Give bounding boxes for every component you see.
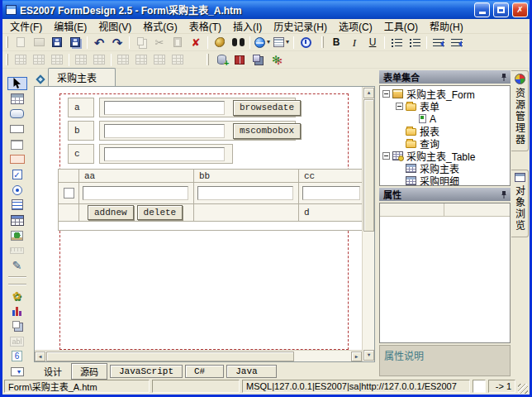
save-button[interactable] <box>48 35 66 50</box>
collapse-icon[interactable] <box>396 103 403 110</box>
maximize-button[interactable] <box>493 2 509 17</box>
mscombobox-button[interactable]: mscombobox <box>233 123 301 139</box>
pin-icon[interactable] <box>500 73 508 82</box>
minimize-button[interactable] <box>474 2 490 17</box>
tree-item-forms-folder[interactable]: 表单 <box>380 100 510 112</box>
design-canvas[interactable]: a browsedate b mscombobox <box>34 86 375 362</box>
menu-item-table[interactable]: 表格(T) <box>183 18 227 34</box>
radio-tool-button[interactable] <box>7 184 27 196</box>
grid-input-bb[interactable] <box>197 186 293 200</box>
tab-resource-manager[interactable]: 资源管理器 <box>511 70 529 151</box>
datagrid-tool-button[interactable] <box>7 214 27 227</box>
services-button[interactable]: ✻ <box>267 52 285 68</box>
tab-javascript[interactable]: JavaScript <box>110 365 183 378</box>
menu-item-history[interactable]: 历史记录(H) <box>268 18 333 34</box>
grid-row-checkbox[interactable] <box>64 188 74 198</box>
pin-icon[interactable] <box>500 190 508 199</box>
undo-button[interactable]: ↶ <box>90 35 108 50</box>
redo-button[interactable]: ↷ <box>108 35 126 50</box>
addnew-button[interactable]: addnew <box>88 205 134 220</box>
indent-button[interactable] <box>448 35 466 50</box>
resize-grip[interactable] <box>518 384 528 394</box>
find-button[interactable] <box>229 35 247 50</box>
pointer-tool-button[interactable] <box>7 77 27 90</box>
close-button[interactable]: ✗ <box>512 2 528 17</box>
save-all-button[interactable] <box>66 35 84 50</box>
menu-item-view[interactable]: 视图(V) <box>93 18 137 34</box>
numbered-list-button[interactable] <box>387 35 406 50</box>
bullet-list-button[interactable] <box>406 35 424 50</box>
input-a[interactable] <box>104 101 225 115</box>
toolbar-grip[interactable] <box>207 54 209 65</box>
underline-button[interactable]: U <box>363 35 382 50</box>
image-tool-button[interactable] <box>7 229 27 242</box>
listbox-tool-button[interactable] <box>7 198 27 211</box>
scroll-down-icon[interactable]: ▼ <box>363 350 374 361</box>
collapse-icon[interactable] <box>382 90 390 98</box>
form-view-button[interactable]: ▾ <box>272 35 291 50</box>
data-dictionary-button[interactable] <box>230 52 249 68</box>
tab-java[interactable]: Java <box>226 365 276 378</box>
browsedate-button[interactable]: browsedate <box>233 100 301 116</box>
checkbox-tool-button[interactable]: ✓ <box>7 169 27 181</box>
run-button[interactable] <box>297 35 315 50</box>
menu-item-format[interactable]: 格式(G) <box>137 18 183 34</box>
tree-item-form-a[interactable]: A <box>380 112 510 125</box>
scroll-right-icon[interactable]: ▶ <box>351 352 362 361</box>
tree-item-form-root[interactable]: 采购主表_Form <box>380 88 510 100</box>
add-database-button[interactable] <box>212 52 230 68</box>
tree-item-queries-folder[interactable]: 查询 <box>380 137 510 150</box>
document-tab[interactable]: 采购主表 <box>48 68 116 86</box>
delete-row-button[interactable]: delete <box>137 205 183 220</box>
pointer-icon <box>12 78 21 89</box>
property-grid[interactable] <box>379 203 511 343</box>
vertical-scroll-thumb[interactable] <box>363 99 374 232</box>
menu-item-edit[interactable]: 编辑(E) <box>48 18 93 34</box>
scroll-left-icon[interactable]: ◀ <box>35 352 45 361</box>
tab-design[interactable]: 设计 <box>37 364 69 379</box>
button-tool-button[interactable] <box>7 108 27 120</box>
fieldset-tool-button[interactable] <box>7 138 27 151</box>
toolbar-grip[interactable] <box>6 54 8 65</box>
toolbar-grip[interactable] <box>6 36 8 48</box>
input-b[interactable] <box>104 124 225 138</box>
tree-item-detail-table[interactable]: 采购明细 <box>380 175 510 186</box>
radio-icon <box>12 185 22 195</box>
toolbar-grip[interactable] <box>321 36 324 48</box>
input-c[interactable] <box>104 147 225 161</box>
vertical-scrollbar[interactable]: ▲ ▼ <box>362 87 374 361</box>
menu-item-help[interactable]: 帮助(H) <box>424 18 469 34</box>
tree-item-reports-folder[interactable]: 报表 <box>380 125 510 137</box>
scroll-up-icon[interactable]: ▲ <box>363 88 374 98</box>
browser-preview-button[interactable]: ▾ <box>253 35 272 50</box>
horizontal-scrollbar[interactable]: ◀ ▶ <box>35 350 362 361</box>
delete-button[interactable]: ✘ <box>187 35 205 50</box>
combobox-tool-button[interactable]: ▼ <box>7 366 27 378</box>
grid-input-cc[interactable] <box>302 186 360 200</box>
menu-item-options[interactable]: 选项(C) <box>333 18 378 34</box>
pen-tool-button[interactable]: ✎ <box>7 260 27 272</box>
italic-button[interactable]: I <box>345 35 363 50</box>
table-tool-button[interactable] <box>7 93 27 105</box>
tab-csharp[interactable]: C# <box>185 365 224 378</box>
tab-source[interactable]: 源码 <box>71 363 107 380</box>
collapse-icon[interactable] <box>382 152 390 160</box>
menu-item-tools[interactable]: 工具(O) <box>378 18 424 34</box>
layers-tool-button[interactable] <box>7 320 27 332</box>
date-tool-button[interactable] <box>7 153 27 165</box>
component-tool-button[interactable]: ✿ <box>7 289 27 302</box>
grid-input-aa[interactable] <box>83 186 188 200</box>
menu-item-insert[interactable]: 插入(I) <box>227 18 268 34</box>
horizontal-scroll-thumb[interactable] <box>46 352 294 361</box>
numeric-tool-button[interactable]: 6 <box>7 350 27 362</box>
menu-item-file[interactable]: 文件(F) <box>4 18 48 34</box>
tree-item-main-table[interactable]: 采购主表 <box>380 162 510 175</box>
bold-button[interactable]: B <box>327 35 345 50</box>
format-painter-button[interactable] <box>211 35 229 50</box>
textbox-tool-button[interactable] <box>7 123 27 136</box>
copy-objects-button[interactable] <box>249 52 267 68</box>
tree-item-table-root[interactable]: 采购主表_Table <box>380 150 510 162</box>
chart-tool-button[interactable] <box>7 304 27 317</box>
tab-object-browser[interactable]: 对象浏览 <box>511 170 529 237</box>
outdent-button[interactable] <box>430 35 448 50</box>
